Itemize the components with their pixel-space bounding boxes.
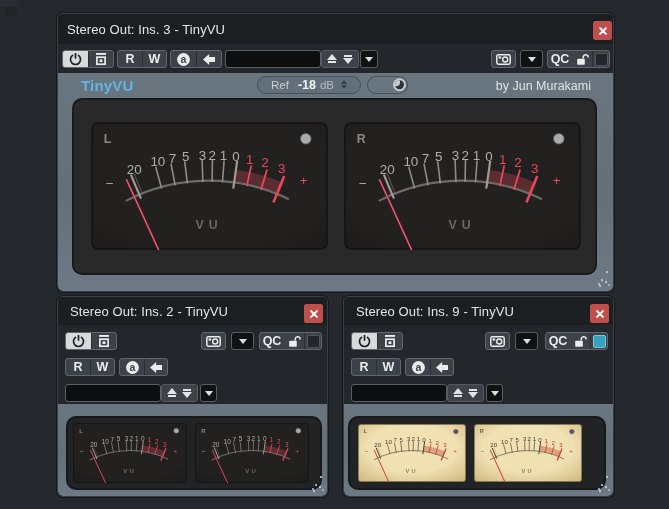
- side-a-button[interactable]: a: [120, 359, 144, 375]
- bypass-icon: [94, 52, 108, 66]
- svg-text:10: 10: [150, 154, 165, 169]
- svg-text:0: 0: [141, 436, 145, 443]
- read-automation-button[interactable]: R: [66, 359, 90, 375]
- preset-menu-button[interactable]: [200, 384, 217, 402]
- close-button[interactable]: [593, 21, 612, 40]
- window-titlebar[interactable]: Stereo Out: Ins. 9 - TinyVU: [344, 297, 613, 325]
- qc-lock-button[interactable]: [284, 333, 304, 349]
- svg-text:1: 1: [135, 435, 139, 442]
- up-triangle-icon: [341, 80, 347, 84]
- qc-button[interactable]: QC: [546, 333, 570, 349]
- write-automation-button[interactable]: W: [90, 359, 114, 375]
- qc-focus-cell[interactable]: [304, 333, 321, 349]
- open-lock-icon: [574, 335, 587, 348]
- next-preset-button[interactable]: [182, 388, 192, 399]
- meter-vu-label: VU: [448, 218, 475, 232]
- resize-grip[interactable]: [591, 474, 613, 496]
- menu-triangle-icon: [365, 57, 373, 62]
- grip-dot: [599, 490, 601, 492]
- functions-menu-button[interactable]: [515, 332, 538, 350]
- power-icon: [72, 335, 85, 348]
- svg-text:2: 2: [261, 155, 268, 170]
- functions-menu-button[interactable]: [231, 332, 254, 350]
- close-button[interactable]: [590, 304, 609, 323]
- vu-meter-gauge: 2010753210123−+VUL: [91, 122, 328, 250]
- preset-menu-button[interactable]: [486, 384, 503, 402]
- grip-dot: [315, 484, 317, 486]
- menu-triangle-icon: [205, 391, 213, 396]
- bypass-button[interactable]: [377, 333, 402, 349]
- previous-preset-button[interactable]: [167, 388, 177, 399]
- qc-button[interactable]: QC: [260, 333, 284, 349]
- qc-lock-button[interactable]: [572, 51, 592, 67]
- meter-vu-label: VU: [522, 468, 534, 474]
- qc-button[interactable]: QC: [548, 51, 572, 67]
- resize-grip[interactable]: [591, 269, 613, 291]
- window-titlebar[interactable]: Stereo Out: Ins. 3 - TinyVU: [58, 14, 613, 44]
- bypass-button[interactable]: [88, 51, 113, 67]
- svg-text:20: 20: [374, 441, 381, 448]
- read-automation-button[interactable]: R: [118, 51, 142, 67]
- qc-focus-cell[interactable]: [592, 51, 609, 67]
- ref-level-control[interactable]: Ref -18 dB: [257, 76, 361, 94]
- svg-text:0: 0: [232, 149, 239, 164]
- left-arrow-icon: [436, 362, 449, 373]
- side-a-button[interactable]: a: [171, 51, 196, 67]
- copy-to-b-button[interactable]: [144, 359, 167, 375]
- activate-button[interactable]: [66, 333, 91, 349]
- plugin-window-ins2: Stereo Out: Ins. 2 - TinyVU QC: [57, 296, 328, 497]
- svg-text:3: 3: [278, 161, 285, 176]
- preset-menu-button[interactable]: [360, 50, 378, 68]
- activate-button[interactable]: [352, 333, 377, 349]
- meter-led: [174, 428, 179, 433]
- read-automation-button[interactable]: R: [352, 359, 376, 375]
- next-preset-button[interactable]: [343, 54, 353, 65]
- toggle-knob: [393, 78, 407, 92]
- menu-triangle-icon: [528, 57, 536, 62]
- svg-text:5: 5: [117, 435, 121, 442]
- window-titlebar[interactable]: Stereo Out: Ins. 2 - TinyVU: [58, 297, 327, 325]
- qc-lock-button[interactable]: [570, 333, 590, 349]
- snapshot-button[interactable]: [201, 332, 226, 350]
- quick-controls-group: QC: [547, 50, 610, 68]
- svg-text:0: 0: [485, 149, 492, 164]
- write-automation-button[interactable]: W: [376, 359, 400, 375]
- activate-button[interactable]: [63, 51, 88, 67]
- power-bypass-group: [62, 50, 114, 68]
- close-button[interactable]: [304, 304, 323, 323]
- svg-text:−: −: [202, 448, 206, 455]
- down-triangle-icon: [341, 85, 347, 89]
- read-write-group: R W: [351, 358, 401, 376]
- bypass-button[interactable]: [91, 333, 116, 349]
- copy-to-b-button[interactable]: [430, 359, 453, 375]
- snapshot-button[interactable]: [491, 50, 516, 68]
- vu-meter-right: 2010753210123−+VUR: [344, 122, 581, 250]
- copy-to-b-button[interactable]: [196, 51, 221, 67]
- theme-toggle[interactable]: [367, 76, 408, 94]
- functions-menu-button[interactable]: [520, 50, 543, 68]
- ref-stepper[interactable]: [341, 80, 347, 90]
- svg-text:2: 2: [514, 155, 521, 170]
- svg-text:10: 10: [403, 154, 418, 169]
- resize-grip[interactable]: [305, 474, 327, 496]
- previous-preset-button[interactable]: [327, 54, 337, 65]
- preset-name-field[interactable]: [65, 384, 161, 402]
- ref-label: Ref: [271, 79, 289, 91]
- preset-name-field[interactable]: [351, 384, 447, 402]
- next-preset-button[interactable]: [468, 388, 478, 399]
- meter-channel-label: R: [480, 428, 484, 434]
- preset-name-field[interactable]: [225, 50, 321, 68]
- write-automation-button[interactable]: W: [142, 51, 166, 67]
- read-write-group: R W: [117, 50, 167, 68]
- power-icon: [358, 335, 371, 348]
- qc-focus-cell[interactable]: [590, 333, 607, 349]
- snapshot-button[interactable]: [485, 332, 510, 350]
- svg-text:+: +: [173, 447, 177, 454]
- grip-dot: [322, 489, 324, 491]
- ab-compare-group: a: [170, 50, 222, 68]
- svg-text:5: 5: [434, 149, 441, 164]
- previous-preset-button[interactable]: [453, 388, 463, 399]
- side-a-button[interactable]: a: [406, 359, 430, 375]
- plugin-toolbar: R W a: [58, 44, 613, 73]
- svg-text:10: 10: [385, 438, 392, 445]
